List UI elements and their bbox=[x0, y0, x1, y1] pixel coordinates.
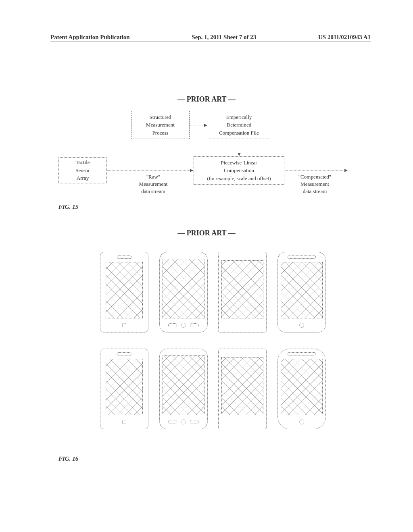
phone-screen bbox=[106, 359, 143, 415]
prior-art-heading-1: — PRIOR ART — bbox=[177, 95, 236, 104]
page-header: Patent Application Publication Sep. 1, 2… bbox=[50, 34, 371, 42]
nav-button-icon bbox=[168, 323, 177, 327]
prior-art-heading-2: — PRIOR ART — bbox=[177, 229, 236, 237]
home-button-icon bbox=[299, 323, 304, 328]
earpiece-icon bbox=[288, 256, 316, 259]
nav-button-icon bbox=[190, 420, 199, 424]
figure-16 bbox=[100, 252, 326, 445]
phone-buttons bbox=[168, 321, 199, 330]
phone-screen bbox=[163, 355, 204, 415]
phone-6 bbox=[159, 349, 208, 429]
nav-button-icon bbox=[168, 420, 177, 424]
phone-buttons bbox=[122, 418, 126, 426]
home-button-icon bbox=[299, 420, 304, 424]
phone-2 bbox=[159, 252, 208, 332]
phone-screen bbox=[221, 260, 263, 318]
phone-buttons bbox=[122, 321, 126, 330]
home-button-icon bbox=[122, 323, 126, 327]
box-structured-measurement: StructuredMeasurementProcess bbox=[131, 111, 190, 139]
earpiece-icon bbox=[288, 352, 316, 355]
phone-4 bbox=[277, 252, 326, 332]
phone-buttons bbox=[168, 418, 199, 426]
box-tactile-sensor: TactileSensorArray bbox=[58, 157, 107, 183]
figure-15-label: FIG. 15 bbox=[58, 204, 78, 210]
phone-buttons bbox=[299, 321, 304, 330]
phone-row-1 bbox=[100, 252, 326, 332]
box-piecewise-compensation: Piecewise-LinearCompensation(for example… bbox=[194, 156, 284, 185]
header-right: US 2011/0210943 A1 bbox=[318, 34, 371, 41]
phone-screen bbox=[281, 359, 323, 415]
header-center: Sep. 1, 2011 Sheet 7 of 23 bbox=[192, 34, 256, 41]
arrow-sensor-to-piecewise bbox=[107, 170, 193, 170]
home-button-icon bbox=[122, 420, 126, 424]
figure-16-label: FIG. 16 bbox=[58, 455, 78, 462]
home-button-icon bbox=[181, 323, 186, 328]
phone-7 bbox=[218, 349, 267, 429]
phone-1 bbox=[100, 252, 148, 332]
phone-8 bbox=[277, 349, 326, 429]
phone-screen bbox=[221, 357, 263, 415]
earpiece-icon bbox=[117, 256, 131, 259]
header-left: Patent Application Publication bbox=[50, 34, 130, 41]
arrow-structured-to-file bbox=[190, 125, 207, 125]
label-compensated-stream: "Compensated"Measurementdata stream bbox=[292, 173, 338, 195]
arrow-piecewise-output bbox=[285, 170, 347, 170]
phone-buttons bbox=[299, 418, 304, 426]
figure-15: StructuredMeasurementProcess Emperically… bbox=[58, 111, 353, 202]
box-compensation-file: EmpericallyDeterminedCompensation File bbox=[208, 111, 270, 139]
phone-3 bbox=[218, 252, 267, 332]
home-button-icon bbox=[181, 420, 186, 424]
phone-screen bbox=[281, 262, 323, 318]
nav-button-icon bbox=[190, 323, 199, 327]
phone-5 bbox=[100, 349, 148, 429]
earpiece-icon bbox=[117, 352, 131, 355]
phone-row-2 bbox=[100, 349, 326, 429]
arrow-file-to-piecewise bbox=[239, 139, 239, 156]
label-raw-stream: "Raw"Measurementdata stream bbox=[133, 173, 173, 195]
phone-screen bbox=[163, 259, 204, 318]
phone-screen bbox=[106, 262, 143, 318]
